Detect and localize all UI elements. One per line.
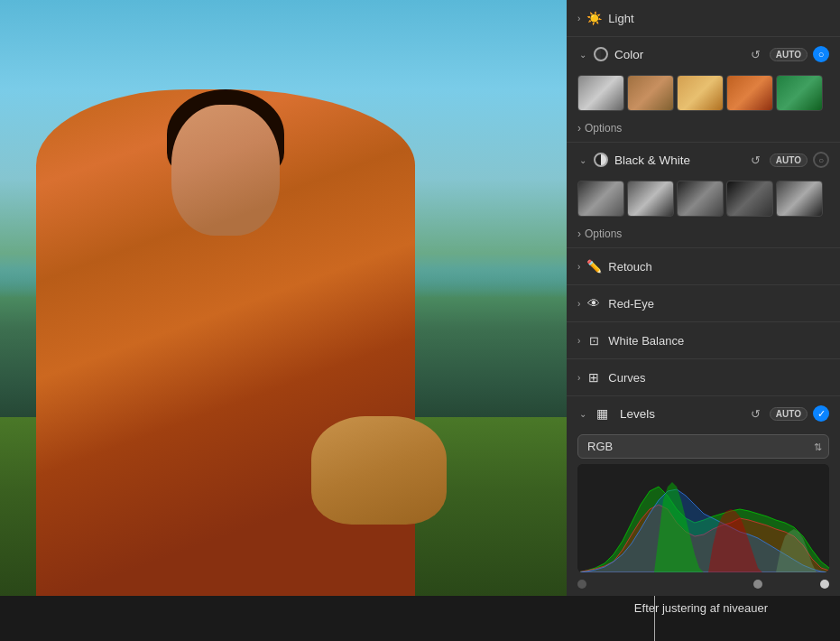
bw-section: ⌄ Black & White ↺ AUTO ○ <box>567 143 840 248</box>
color-active-check-icon: ○ <box>818 49 825 60</box>
bw-circle-icon: ○ <box>818 155 824 165</box>
bw-section-label: Black & White <box>614 153 748 167</box>
bw-inactive-indicator: ○ <box>813 152 829 168</box>
light-chevron-icon: › <box>577 14 580 23</box>
bw-thumb-2[interactable] <box>627 181 674 217</box>
photo-dog <box>311 416 447 525</box>
bw-icon <box>594 153 608 167</box>
levels-section-label: Levels <box>620 407 748 421</box>
adjustments-panel: › ☀️ Light ⌄ Color ↺ AUTO ○ <box>567 0 840 596</box>
retouch-chevron-icon: › <box>577 262 580 272</box>
color-auto-button[interactable]: AUTO <box>770 48 808 61</box>
levels-section: ⌄ ▦ Levels ↺ AUTO ✓ RGB Red Green Blue <box>567 396 840 596</box>
histogram-controls <box>567 576 840 596</box>
light-section-label: Light <box>608 12 633 25</box>
color-options-chevron-icon: › <box>577 122 581 135</box>
color-thumb-1[interactable] <box>577 75 624 111</box>
whitebalance-chevron-icon: › <box>577 336 580 346</box>
levels-section-header[interactable]: ⌄ ▦ Levels ↺ AUTO ✓ <box>567 396 840 431</box>
color-section-label: Color <box>614 48 748 61</box>
bw-options-chevron-icon: › <box>577 228 581 240</box>
curves-icon: ⊞ <box>586 369 602 386</box>
color-icon <box>594 47 608 61</box>
levels-active-indicator: ✓ <box>813 405 829 422</box>
bw-thumbnails <box>567 177 840 224</box>
whitebalance-section-label: White Balance <box>608 334 684 348</box>
caption-line <box>654 596 655 641</box>
levels-midpoint-handle[interactable] <box>753 580 762 589</box>
levels-chevron-icon: ⌄ <box>577 408 588 419</box>
levels-auto-button[interactable]: AUTO <box>770 407 808 421</box>
curves-chevron-icon: › <box>577 373 580 383</box>
bw-auto-button[interactable]: AUTO <box>770 153 808 167</box>
bw-chevron-icon: ⌄ <box>577 154 588 165</box>
bw-options-label: Options <box>585 228 622 240</box>
bw-section-actions: ↺ AUTO ○ <box>748 152 829 168</box>
light-section-header[interactable]: › ☀️ Light <box>567 0 840 37</box>
color-thumbnails <box>567 71 840 118</box>
retouch-section-label: Retouch <box>608 260 651 274</box>
photo-background <box>0 0 567 596</box>
curves-section-label: Curves <box>608 371 645 385</box>
rgb-select-wrapper: RGB Red Green Blue Luminance ⇅ <box>577 434 829 459</box>
whitebalance-section-header[interactable]: › ⊡ White Balance <box>567 322 840 359</box>
bw-options-row[interactable]: › Options <box>567 224 840 247</box>
bw-reset-button[interactable]: ↺ <box>748 152 764 168</box>
redeye-chevron-icon: › <box>577 299 580 309</box>
color-thumb-4[interactable] <box>726 75 773 111</box>
color-thumb-3[interactable] <box>677 75 724 111</box>
color-section-header[interactable]: ⌄ Color ↺ AUTO ○ <box>567 37 840 71</box>
bw-section-header[interactable]: ⌄ Black & White ↺ AUTO ○ <box>567 143 840 177</box>
levels-check-icon: ✓ <box>817 408 826 420</box>
bottom-caption-area: Efter justering af niveauer <box>0 596 840 641</box>
levels-black-point-handle[interactable] <box>577 580 586 589</box>
redeye-section-label: Red-Eye <box>608 297 654 311</box>
levels-icon: ▦ <box>594 405 610 422</box>
levels-reset-button[interactable]: ↺ <box>748 405 764 422</box>
color-options-label: Options <box>585 122 622 135</box>
bw-thumb-3[interactable] <box>677 181 724 217</box>
levels-white-point-handle[interactable] <box>820 580 829 589</box>
color-options-row[interactable]: › Options <box>567 118 840 142</box>
retouch-icon: ✏️ <box>586 258 602 274</box>
color-chevron-icon: ⌄ <box>577 49 588 60</box>
histogram-chart <box>577 464 829 572</box>
bw-thumb-4[interactable] <box>726 181 773 217</box>
color-reset-button[interactable]: ↺ <box>748 46 764 62</box>
levels-section-actions: ↺ AUTO ✓ <box>748 405 829 422</box>
rgb-channel-select[interactable]: RGB Red Green Blue Luminance <box>577 434 829 459</box>
curves-section-header[interactable]: › ⊞ Curves <box>567 359 840 396</box>
color-section: ⌄ Color ↺ AUTO ○ › <box>567 37 840 143</box>
bw-thumb-1[interactable] <box>577 181 624 217</box>
redeye-section-header[interactable]: › 👁 Red-Eye <box>567 285 840 322</box>
bw-thumb-5[interactable] <box>776 181 823 217</box>
color-thumb-2[interactable] <box>627 75 674 111</box>
color-active-indicator: ○ <box>813 46 829 62</box>
light-icon: ☀️ <box>586 10 602 26</box>
color-section-actions: ↺ AUTO ○ <box>748 46 829 62</box>
photo-face <box>171 105 280 236</box>
color-thumb-5[interactable] <box>776 75 823 111</box>
photo-area <box>0 0 567 596</box>
histogram-container <box>577 464 829 572</box>
retouch-section-header[interactable]: › ✏️ Retouch <box>567 248 840 285</box>
whitebalance-icon: ⊡ <box>586 332 602 348</box>
redeye-icon: 👁 <box>586 295 602 311</box>
